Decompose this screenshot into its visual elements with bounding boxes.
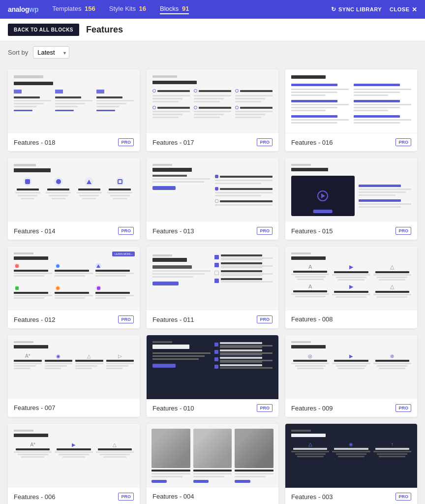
pro-badge: PRO (395, 227, 411, 235)
card-name: Features - 011 (152, 316, 194, 323)
sync-icon: ↻ (331, 6, 336, 13)
pro-badge: PRO (395, 493, 411, 501)
card-name: Features - 009 (291, 405, 333, 412)
card-preview: A ▶ △ (285, 247, 417, 311)
nav-link-blocks[interactable]: Blocks 91 (160, 5, 189, 14)
card-footer: Features - 009 PRO (285, 399, 417, 417)
card-footer: Features - 010 PRO (147, 399, 278, 417)
sort-bar: Sort by Latest ▾ (0, 41, 425, 63)
pro-badge: PRO (257, 227, 273, 235)
card-footer: Features - 003 PRO (285, 488, 417, 504)
top-nav: analogwp Templates 156 Style Kits 16 Blo… (0, 0, 425, 19)
card-name: Features - 016 (291, 139, 333, 146)
cards-grid: Features - 018 PRO (0, 63, 425, 504)
card-preview (147, 158, 278, 222)
card-preview (147, 247, 278, 311)
card-features-008[interactable]: A ▶ △ (285, 247, 417, 328)
logo-text: analogwp (8, 5, 38, 13)
card-features-017[interactable]: Features - 017 PRO (147, 69, 278, 151)
card-preview-dark (147, 335, 278, 399)
card-preview: LEARN MORE › (8, 247, 140, 311)
pro-badge: PRO (118, 315, 134, 323)
card-preview (8, 69, 140, 133)
card-features-003[interactable]: △ ◉ ↑ (285, 424, 417, 504)
logo: analogwp (8, 5, 38, 13)
pro-badge: PRO (395, 404, 411, 412)
card-name: Features - 012 (14, 316, 56, 323)
pro-badge: PRO (118, 227, 134, 235)
pro-badge: PRO (118, 493, 134, 501)
card-footer: Features - 012 PRO (8, 311, 140, 328)
card-name: Features - 008 (291, 315, 333, 323)
card-name: Features - 018 (14, 139, 56, 146)
card-footer: Features - 011 PRO (147, 311, 278, 328)
card-footer: Features - 018 PRO (8, 133, 140, 151)
card-name: Features - 010 (152, 405, 194, 412)
pro-badge: PRO (395, 138, 411, 146)
card-footer: Features - 007 (8, 399, 140, 416)
nav-right: ↻ SYNC LIBRARY CLOSE ✕ (331, 6, 417, 13)
card-features-015[interactable]: Features - 015 PRO (285, 158, 417, 240)
card-name: Features - 014 (14, 227, 56, 235)
card-name: Features - 013 (152, 227, 194, 235)
card-preview-dark: △ ◉ ↑ (285, 424, 417, 488)
subheader: BACK TO ALL BLOCKS Features (0, 19, 425, 41)
pro-badge: PRO (257, 404, 273, 412)
nav-link-templates[interactable]: Templates 156 (52, 5, 95, 14)
close-icon: ✕ (412, 6, 418, 13)
card-name: Features - 017 (152, 139, 194, 146)
sort-select[interactable]: Latest (33, 46, 69, 59)
card-footer: Features - 016 PRO (285, 133, 417, 151)
card-footer: Features - 008 (285, 311, 417, 328)
card-preview (8, 158, 140, 222)
card-footer: Features - 015 PRO (285, 222, 417, 240)
card-features-013[interactable]: Features - 013 PRO (147, 158, 278, 240)
card-preview (285, 69, 417, 133)
card-features-010[interactable]: Features - 010 PRO (147, 335, 278, 417)
card-features-006[interactable]: A* ▶ △ (8, 424, 140, 504)
card-footer: Features - 006 PRO (8, 488, 140, 504)
card-preview (147, 69, 278, 133)
page-title: Features (86, 25, 123, 35)
sort-label: Sort by (8, 49, 28, 56)
back-to-all-blocks-button[interactable]: BACK TO ALL BLOCKS (8, 24, 79, 36)
card-features-014[interactable]: Features - 014 PRO (8, 158, 140, 240)
card-preview (147, 424, 278, 488)
card-features-004[interactable]: Features - 004 (147, 424, 278, 504)
card-footer: Features - 017 PRO (147, 133, 278, 151)
card-footer: Features - 014 PRO (8, 222, 140, 240)
card-name: Features - 006 (14, 493, 56, 501)
card-name: Features - 003 (291, 493, 333, 501)
pro-badge: PRO (118, 138, 134, 146)
card-preview: A* ▶ △ (8, 424, 140, 488)
card-features-009[interactable]: ◎ ▶ ⊕ (285, 335, 417, 417)
card-preview: ◎ ▶ ⊕ (285, 335, 417, 399)
pro-badge: PRO (257, 315, 273, 323)
card-features-011[interactable]: Features - 011 PRO (147, 247, 278, 328)
card-name: Features - 004 (152, 493, 194, 500)
nav-links: Templates 156 Style Kits 16 Blocks 91 (52, 5, 331, 14)
pro-badge: PRO (257, 138, 273, 146)
card-preview: A* ◉ △ (8, 335, 140, 399)
sync-library-button[interactable]: ↻ SYNC LIBRARY (331, 6, 382, 13)
card-features-007[interactable]: A* ◉ △ (8, 335, 140, 417)
close-button[interactable]: CLOSE ✕ (390, 6, 417, 13)
card-features-012[interactable]: LEARN MORE › (8, 247, 140, 328)
card-footer: Features - 013 PRO (147, 222, 278, 240)
nav-link-style-kits[interactable]: Style Kits 16 (109, 5, 146, 14)
card-features-018[interactable]: Features - 018 PRO (8, 69, 140, 151)
card-name: Features - 015 (291, 227, 333, 235)
card-name: Features - 007 (14, 404, 56, 411)
card-features-016[interactable]: Features - 016 PRO (285, 69, 417, 151)
card-footer: Features - 004 (147, 488, 278, 504)
card-preview (285, 158, 417, 222)
sort-wrapper: Latest ▾ (33, 46, 69, 59)
